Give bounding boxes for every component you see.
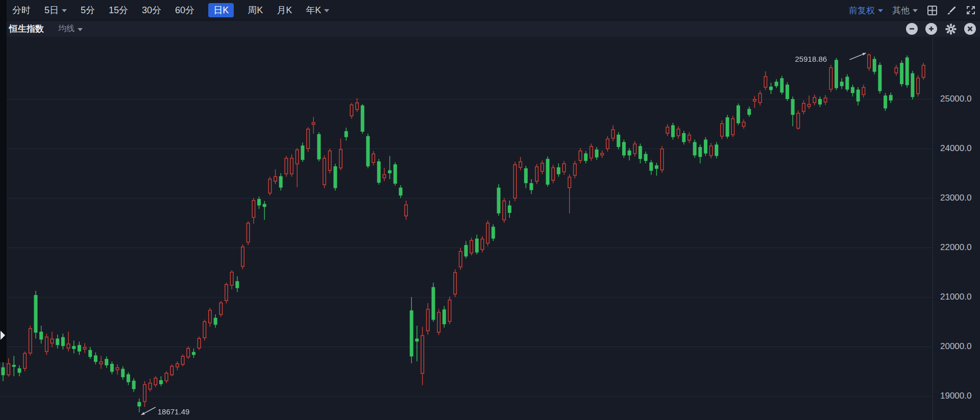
candlestick-chart-canvas[interactable] bbox=[0, 37, 933, 420]
left-panel-expand-handle[interactable] bbox=[1, 331, 5, 340]
stock-chart-app: 分时 5日 5分 15分 30分 60分 日K 周K 月K 年K 前复权 其他 bbox=[0, 0, 980, 420]
y-axis-tick-label: 25000.0 bbox=[940, 94, 971, 104]
settings-gear-icon[interactable] bbox=[945, 23, 957, 35]
fullscreen-icon[interactable] bbox=[966, 5, 976, 15]
moving-average-label: 均线 bbox=[58, 23, 75, 34]
price-adjustment-label: 前复权 bbox=[849, 5, 875, 16]
y-axis-tick-label: 20000.0 bbox=[940, 341, 971, 352]
y-axis-tick-label: 21000.0 bbox=[940, 292, 971, 302]
price-adjustment-dropdown[interactable]: 前复权 bbox=[849, 5, 883, 16]
price-axis[interactable]: 25000.024000.023000.022000.021000.020000… bbox=[933, 37, 980, 420]
tab-5min[interactable]: 5分 bbox=[81, 0, 95, 20]
collapsed-left-panel bbox=[0, 0, 7, 362]
tab-15min[interactable]: 15分 bbox=[109, 0, 128, 20]
period-toolbar: 分时 5日 5分 15分 30分 60分 日K 周K 月K 年K 前复权 其他 bbox=[0, 0, 980, 20]
tab-5day-label: 5日 bbox=[44, 0, 59, 20]
tab-30min[interactable]: 30分 bbox=[142, 0, 161, 20]
chevron-down-icon bbox=[78, 28, 83, 31]
y-axis-tick-label: 22000.0 bbox=[940, 242, 971, 253]
chevron-down-icon bbox=[62, 9, 67, 12]
chart-control-icons bbox=[906, 23, 976, 35]
tab-monthly-k[interactable]: 月K bbox=[277, 0, 292, 20]
candlestick-chart-area: 25000.024000.023000.022000.021000.020000… bbox=[0, 37, 980, 420]
toolbar-right-controls: 前复权 其他 bbox=[849, 0, 976, 20]
zoom-out-icon[interactable] bbox=[906, 23, 918, 35]
brush-icon[interactable] bbox=[946, 5, 957, 15]
tab-yearly-k[interactable]: 年K bbox=[306, 0, 329, 20]
other-label: 其他 bbox=[892, 5, 910, 16]
tab-weekly-k[interactable]: 周K bbox=[248, 0, 263, 20]
tab-minute-line[interactable]: 分时 bbox=[12, 0, 31, 20]
y-axis-tick-label: 23000.0 bbox=[940, 193, 971, 203]
chevron-down-icon bbox=[878, 9, 883, 12]
zoom-in-icon[interactable] bbox=[925, 23, 937, 35]
high-price-annotation: 25918.86 bbox=[795, 55, 827, 63]
chevron-down-icon bbox=[913, 9, 918, 12]
period-tabs: 分时 5日 5分 15分 30分 60分 日K 周K 月K 年K bbox=[0, 0, 329, 20]
y-axis-tick-label: 24000.0 bbox=[940, 143, 971, 154]
tab-daily-k-selected[interactable]: 日K bbox=[208, 3, 234, 17]
y-axis-tick-label: 19000.0 bbox=[940, 391, 971, 401]
chevron-down-icon bbox=[324, 9, 329, 12]
low-price-annotation: 18671.49 bbox=[158, 407, 190, 416]
close-icon[interactable] bbox=[964, 23, 976, 35]
tab-5day[interactable]: 5日 bbox=[44, 0, 67, 20]
chart-subheader: 恒生指数 均线 bbox=[0, 21, 980, 37]
tab-yearly-k-label: 年K bbox=[306, 0, 321, 20]
grid-layout-icon[interactable] bbox=[927, 5, 937, 15]
other-dropdown[interactable]: 其他 bbox=[892, 5, 918, 16]
moving-average-dropdown[interactable]: 均线 bbox=[58, 23, 83, 34]
tab-60min[interactable]: 60分 bbox=[175, 0, 194, 20]
